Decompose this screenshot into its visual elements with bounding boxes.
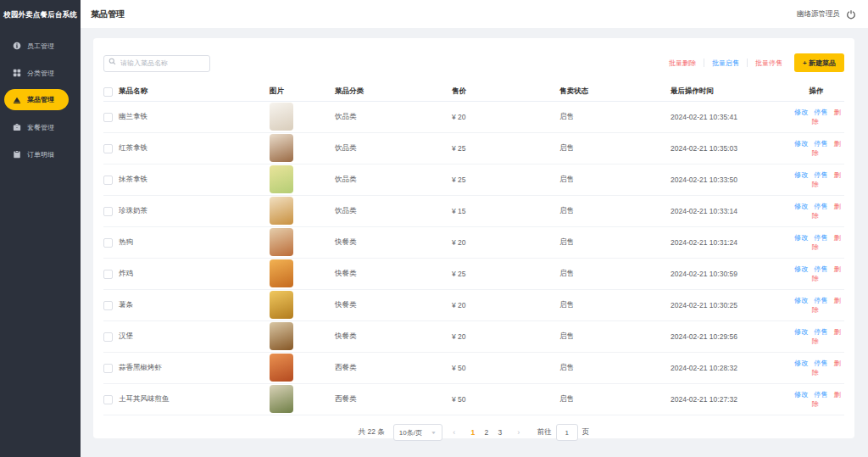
dish-image <box>270 165 293 193</box>
chevron-down-icon: ▼ <box>431 431 437 435</box>
dish-category: 饮品类 <box>335 112 452 122</box>
dish-category: 西餐类 <box>335 394 452 404</box>
dish-image <box>270 385 293 413</box>
table-row: 热狗 快餐类 ¥ 20 启售 2024-02-21 10:31:24 修改 停售… <box>103 227 844 259</box>
stop-sale-link[interactable]: 停售 <box>814 265 827 273</box>
edit-link[interactable]: 修改 <box>794 328 808 336</box>
batch-delete-button[interactable]: 批量删除 <box>669 59 696 68</box>
page-number-2[interactable]: 2 <box>480 428 493 437</box>
dish-image <box>270 322 293 350</box>
dish-updated-time: 2024-02-21 10:31:24 <box>670 238 788 247</box>
dish-status: 启售 <box>559 363 670 373</box>
stop-sale-link[interactable]: 停售 <box>814 171 827 179</box>
row-checkbox[interactable] <box>103 207 113 216</box>
page-size-select[interactable]: 10条/页 ▼ <box>393 424 442 441</box>
col-image: 图片 <box>270 86 335 97</box>
row-checkbox[interactable] <box>103 332 113 342</box>
dish-category: 快餐类 <box>335 237 452 248</box>
page-size-value: 10条/页 <box>399 428 422 437</box>
dish-category: 饮品类 <box>335 206 452 216</box>
row-checkbox[interactable] <box>103 113 113 122</box>
new-dish-button[interactable]: + 新建菜品 <box>794 53 844 72</box>
dish-category: 饮品类 <box>335 143 452 153</box>
stop-sale-link[interactable]: 停售 <box>814 140 827 148</box>
edit-link[interactable]: 修改 <box>794 171 808 179</box>
dish-name: 土耳其风味煎鱼 <box>119 394 170 404</box>
row-checkbox[interactable] <box>103 301 113 310</box>
goto-page-input[interactable] <box>556 424 578 441</box>
sidebar-item-combo[interactable]: 套餐管理 <box>0 114 81 141</box>
dish-card: 批量删除 批量启售 批量停售 + 新建菜品 菜品名称 图片 菜品分类 售价 <box>93 38 854 438</box>
sidebar-item-order[interactable]: 订单明细 <box>0 141 81 168</box>
dish-name: 蒜香黑椒烤虾 <box>119 363 162 373</box>
dish-image <box>270 103 293 131</box>
dish-name: 幽兰拿铁 <box>119 112 147 122</box>
dish-image <box>270 259 293 287</box>
row-checkbox[interactable] <box>103 270 113 279</box>
dish-status: 启售 <box>559 112 670 122</box>
pagination-total: 共 22 条 <box>359 427 385 437</box>
sidebar-item-category[interactable]: 分类管理 <box>0 59 81 86</box>
page-numbers: 123 <box>466 428 507 437</box>
stop-sale-link[interactable]: 停售 <box>814 297 827 304</box>
stop-sale-link[interactable]: 停售 <box>814 391 827 398</box>
dish-table: 菜品名称 图片 菜品分类 售价 售卖状态 最后操作时间 操作 幽兰拿铁 饮品类 … <box>103 82 844 415</box>
stop-sale-link[interactable]: 停售 <box>814 109 827 116</box>
edit-link[interactable]: 修改 <box>794 297 808 304</box>
page-number-1[interactable]: 1 <box>466 428 480 437</box>
table-row: 蒜香黑椒烤虾 西餐类 ¥ 50 启售 2024-02-21 10:28:32 修… <box>103 353 844 384</box>
dish-price: ¥ 20 <box>452 301 559 309</box>
edit-link[interactable]: 修改 <box>794 203 808 210</box>
sidebar-item-dish[interactable]: 菜品管理 <box>4 89 69 110</box>
edit-link[interactable]: 修改 <box>794 265 808 273</box>
row-checkbox[interactable] <box>103 176 113 185</box>
main-area: 菜品管理 幽络源管理员 批量删除 批量启售 <box>81 0 868 457</box>
dish-image <box>270 354 293 382</box>
power-logout-icon[interactable] <box>846 9 856 20</box>
search-input[interactable] <box>103 55 210 72</box>
edit-link[interactable]: 修改 <box>794 109 808 116</box>
edit-link[interactable]: 修改 <box>794 359 808 367</box>
stop-sale-link[interactable]: 停售 <box>814 359 827 367</box>
sidebar-item-employee[interactable]: 员工管理 <box>0 32 81 59</box>
dish-price: ¥ 25 <box>452 144 559 153</box>
col-status: 售卖状态 <box>559 86 670 97</box>
row-checkbox[interactable] <box>103 364 113 373</box>
batch-disable-button[interactable]: 批量停售 <box>755 59 782 68</box>
dish-name: 汉堡 <box>119 332 133 342</box>
goto-suffix: 页 <box>582 427 590 437</box>
order-clipboard-icon <box>12 150 21 159</box>
next-page-button[interactable]: › <box>512 428 526 437</box>
dish-status: 启售 <box>559 237 670 248</box>
divider <box>747 59 748 67</box>
top-header: 菜品管理 幽络源管理员 <box>81 0 868 28</box>
dish-category: 快餐类 <box>335 269 452 279</box>
edit-link[interactable]: 修改 <box>794 391 808 398</box>
dish-name: 抹茶拿铁 <box>119 175 147 185</box>
dish-status: 启售 <box>559 143 670 153</box>
select-all-checkbox[interactable] <box>103 87 113 97</box>
divider <box>704 59 704 67</box>
stop-sale-link[interactable]: 停售 <box>814 328 827 336</box>
stop-sale-link[interactable]: 停售 <box>814 203 827 210</box>
edit-link[interactable]: 修改 <box>794 140 808 148</box>
dish-price: ¥ 15 <box>452 207 559 215</box>
table-row: 幽兰拿铁 饮品类 ¥ 20 启售 2024-02-21 10:35:41 修改 … <box>103 102 844 133</box>
page-number-3[interactable]: 3 <box>493 428 507 437</box>
batch-enable-button[interactable]: 批量启售 <box>712 59 739 68</box>
edit-link[interactable]: 修改 <box>794 234 808 242</box>
row-checkbox[interactable] <box>103 238 113 248</box>
row-checkbox[interactable] <box>103 144 113 153</box>
dish-category: 饮品类 <box>335 175 452 185</box>
col-ops: 操作 <box>788 86 844 97</box>
toolbar: 批量删除 批量启售 批量停售 + 新建菜品 <box>103 53 844 72</box>
dish-name: 珍珠奶茶 <box>119 206 147 216</box>
dish-image <box>270 197 293 225</box>
goto-label: 前往 <box>537 427 552 437</box>
row-checkbox[interactable] <box>103 395 113 404</box>
stop-sale-link[interactable]: 停售 <box>814 234 827 242</box>
prev-page-button[interactable]: ‹ <box>448 428 461 437</box>
admin-name: 幽络源管理员 <box>797 9 840 20</box>
dish-updated-time: 2024-02-21 10:35:03 <box>670 144 788 153</box>
dish-status: 启售 <box>559 269 670 279</box>
